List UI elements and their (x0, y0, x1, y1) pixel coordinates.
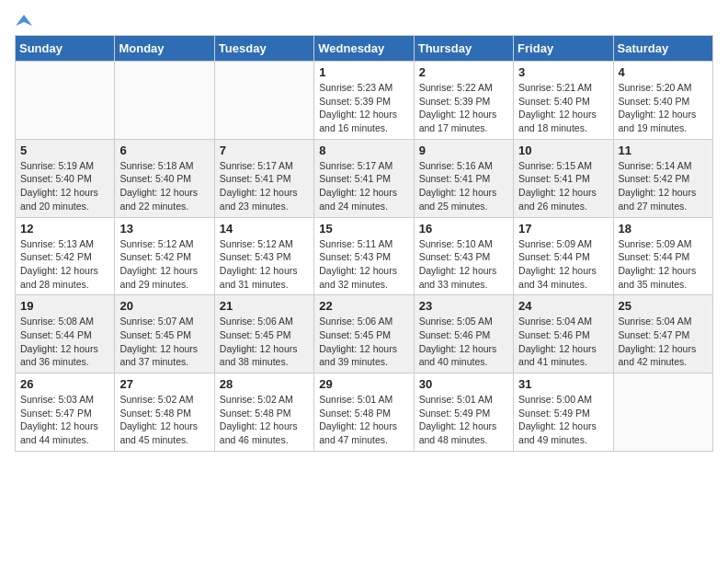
calendar-cell: 1Sunrise: 5:23 AM Sunset: 5:39 PM Daylig… (314, 62, 414, 140)
calendar-week-4: 19Sunrise: 5:08 AM Sunset: 5:44 PM Dayli… (16, 295, 713, 373)
day-number: 11 (619, 144, 708, 157)
day-number: 3 (518, 65, 608, 79)
calendar-cell: 11Sunrise: 5:14 AM Sunset: 5:42 PM Dayli… (613, 139, 712, 217)
day-info: Sunrise: 5:23 AM Sunset: 5:39 PM Dayligh… (319, 81, 408, 135)
calendar-cell: 28Sunrise: 5:02 AM Sunset: 5:48 PM Dayli… (214, 373, 313, 452)
calendar-cell: 3Sunrise: 5:21 AM Sunset: 5:40 PM Daylig… (514, 62, 613, 140)
day-header-tuesday: Tuesday (214, 36, 313, 62)
header-row: SundayMondayTuesdayWednesdayThursdayFrid… (16, 36, 713, 62)
day-number: 2 (419, 65, 508, 79)
day-info: Sunrise: 5:13 AM Sunset: 5:42 PM Dayligh… (20, 237, 109, 292)
day-info: Sunrise: 5:17 AM Sunset: 5:41 PM Dayligh… (220, 159, 309, 213)
day-info: Sunrise: 5:12 AM Sunset: 5:43 PM Dayligh… (220, 237, 309, 292)
calendar-cell: 31Sunrise: 5:00 AM Sunset: 5:49 PM Dayli… (514, 373, 613, 452)
calendar-week-2: 5Sunrise: 5:19 AM Sunset: 5:40 PM Daylig… (16, 139, 713, 217)
day-info: Sunrise: 5:09 AM Sunset: 5:44 PM Dayligh… (518, 237, 608, 292)
day-info: Sunrise: 5:22 AM Sunset: 5:39 PM Dayligh… (419, 81, 508, 135)
calendar-cell: 6Sunrise: 5:18 AM Sunset: 5:40 PM Daylig… (115, 139, 214, 217)
day-number: 28 (220, 377, 309, 391)
day-header-sunday: Sunday (16, 36, 115, 62)
calendar-cell: 9Sunrise: 5:16 AM Sunset: 5:41 PM Daylig… (414, 139, 513, 217)
day-number: 9 (419, 144, 508, 157)
svg-marker-0 (16, 15, 32, 26)
day-number: 7 (220, 144, 309, 157)
day-info: Sunrise: 5:14 AM Sunset: 5:42 PM Dayligh… (619, 159, 708, 213)
day-header-wednesday: Wednesday (314, 36, 414, 62)
day-info: Sunrise: 5:16 AM Sunset: 5:41 PM Dayligh… (419, 159, 508, 213)
day-number: 21 (220, 299, 309, 313)
calendar-cell (214, 62, 313, 140)
day-number: 14 (220, 222, 309, 236)
calendar-cell: 16Sunrise: 5:10 AM Sunset: 5:43 PM Dayli… (414, 217, 513, 295)
day-info: Sunrise: 5:06 AM Sunset: 5:45 PM Dayligh… (319, 315, 408, 369)
day-number: 24 (518, 299, 608, 313)
day-info: Sunrise: 5:09 AM Sunset: 5:44 PM Dayligh… (619, 237, 708, 292)
calendar-cell: 17Sunrise: 5:09 AM Sunset: 5:44 PM Dayli… (514, 217, 613, 295)
calendar-cell: 15Sunrise: 5:11 AM Sunset: 5:43 PM Dayli… (314, 217, 414, 295)
calendar-cell: 29Sunrise: 5:01 AM Sunset: 5:48 PM Dayli… (314, 373, 414, 452)
logo-bird-icon (16, 13, 32, 29)
day-info: Sunrise: 5:19 AM Sunset: 5:40 PM Dayligh… (20, 159, 109, 213)
calendar-cell: 10Sunrise: 5:15 AM Sunset: 5:41 PM Dayli… (514, 139, 613, 217)
day-number: 27 (119, 377, 209, 391)
day-info: Sunrise: 5:01 AM Sunset: 5:48 PM Dayligh… (319, 393, 408, 447)
calendar-cell: 2Sunrise: 5:22 AM Sunset: 5:39 PM Daylig… (414, 62, 513, 140)
day-info: Sunrise: 5:21 AM Sunset: 5:40 PM Dayligh… (518, 81, 608, 135)
calendar-cell: 12Sunrise: 5:13 AM Sunset: 5:42 PM Dayli… (16, 217, 115, 295)
day-number: 15 (319, 222, 408, 236)
day-info: Sunrise: 5:10 AM Sunset: 5:43 PM Dayligh… (419, 237, 508, 292)
day-number: 25 (619, 299, 708, 313)
day-info: Sunrise: 5:20 AM Sunset: 5:40 PM Dayligh… (619, 81, 708, 135)
calendar-cell (115, 62, 214, 140)
day-header-monday: Monday (115, 36, 214, 62)
day-number: 23 (419, 299, 508, 313)
calendar-cell: 8Sunrise: 5:17 AM Sunset: 5:41 PM Daylig… (314, 139, 414, 217)
calendar-body: 1Sunrise: 5:23 AM Sunset: 5:39 PM Daylig… (16, 62, 713, 452)
day-info: Sunrise: 5:05 AM Sunset: 5:46 PM Dayligh… (419, 315, 508, 369)
day-info: Sunrise: 5:03 AM Sunset: 5:47 PM Dayligh… (20, 393, 109, 447)
calendar-cell (16, 62, 115, 140)
day-number: 16 (419, 222, 508, 236)
calendar-cell: 23Sunrise: 5:05 AM Sunset: 5:46 PM Dayli… (414, 295, 513, 373)
calendar-table: SundayMondayTuesdayWednesdayThursdayFrid… (15, 35, 713, 452)
calendar-header: SundayMondayTuesdayWednesdayThursdayFrid… (16, 36, 713, 62)
day-number: 26 (20, 377, 109, 391)
day-info: Sunrise: 5:00 AM Sunset: 5:49 PM Dayligh… (518, 393, 608, 447)
calendar-cell: 26Sunrise: 5:03 AM Sunset: 5:47 PM Dayli… (16, 373, 115, 452)
day-number: 17 (518, 222, 608, 236)
calendar-cell: 4Sunrise: 5:20 AM Sunset: 5:40 PM Daylig… (613, 62, 712, 140)
calendar-week-5: 26Sunrise: 5:03 AM Sunset: 5:47 PM Dayli… (16, 373, 713, 452)
day-number: 19 (20, 299, 109, 313)
calendar-cell: 5Sunrise: 5:19 AM Sunset: 5:40 PM Daylig… (16, 139, 115, 217)
day-info: Sunrise: 5:15 AM Sunset: 5:41 PM Dayligh… (518, 159, 608, 213)
calendar-cell: 22Sunrise: 5:06 AM Sunset: 5:45 PM Dayli… (314, 295, 414, 373)
logo (15, 15, 32, 26)
calendar-cell: 27Sunrise: 5:02 AM Sunset: 5:48 PM Dayli… (115, 373, 214, 452)
day-number: 22 (319, 299, 408, 313)
day-info: Sunrise: 5:02 AM Sunset: 5:48 PM Dayligh… (119, 393, 209, 447)
day-info: Sunrise: 5:11 AM Sunset: 5:43 PM Dayligh… (319, 237, 408, 292)
calendar-cell: 24Sunrise: 5:04 AM Sunset: 5:46 PM Dayli… (514, 295, 613, 373)
day-number: 20 (119, 299, 209, 313)
day-number: 5 (20, 144, 109, 157)
day-info: Sunrise: 5:06 AM Sunset: 5:45 PM Dayligh… (220, 315, 309, 369)
calendar-cell: 30Sunrise: 5:01 AM Sunset: 5:49 PM Dayli… (414, 373, 513, 452)
day-number: 18 (619, 222, 708, 236)
calendar-cell: 25Sunrise: 5:04 AM Sunset: 5:47 PM Dayli… (613, 295, 712, 373)
calendar-cell: 13Sunrise: 5:12 AM Sunset: 5:42 PM Dayli… (115, 217, 214, 295)
calendar-week-1: 1Sunrise: 5:23 AM Sunset: 5:39 PM Daylig… (16, 62, 713, 140)
calendar-week-3: 12Sunrise: 5:13 AM Sunset: 5:42 PM Dayli… (16, 217, 713, 295)
header (15, 15, 713, 26)
day-number: 10 (518, 144, 608, 157)
day-number: 12 (20, 222, 109, 236)
calendar-cell: 14Sunrise: 5:12 AM Sunset: 5:43 PM Dayli… (214, 217, 313, 295)
day-number: 1 (319, 65, 408, 79)
day-header-thursday: Thursday (414, 36, 513, 62)
calendar-cell: 21Sunrise: 5:06 AM Sunset: 5:45 PM Dayli… (214, 295, 313, 373)
day-info: Sunrise: 5:04 AM Sunset: 5:46 PM Dayligh… (518, 315, 608, 369)
day-info: Sunrise: 5:17 AM Sunset: 5:41 PM Dayligh… (319, 159, 408, 213)
day-info: Sunrise: 5:12 AM Sunset: 5:42 PM Dayligh… (119, 237, 209, 292)
day-number: 29 (319, 377, 408, 391)
calendar-cell: 18Sunrise: 5:09 AM Sunset: 5:44 PM Dayli… (613, 217, 712, 295)
day-info: Sunrise: 5:04 AM Sunset: 5:47 PM Dayligh… (619, 315, 708, 369)
